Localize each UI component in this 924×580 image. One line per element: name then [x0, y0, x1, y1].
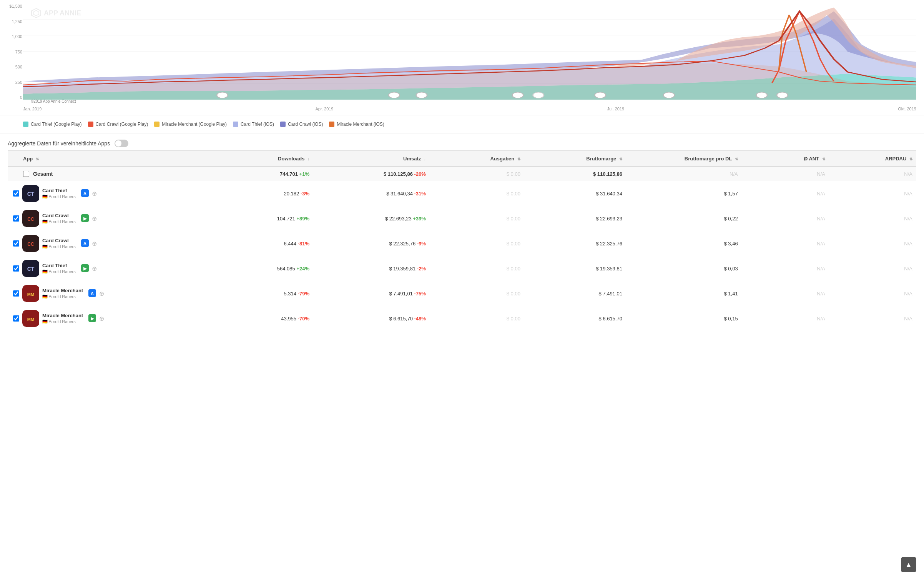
app-cell-5: MM Miracle Merchant 🇩🇪 Arnold Rauers A: [8, 281, 211, 306]
row2-arpdau: N/A: [829, 206, 916, 231]
target-icon-2[interactable]: ⊕: [92, 215, 97, 222]
svg-point-12: [512, 92, 523, 98]
play-badge-6: ▶: [88, 314, 96, 322]
legend-dot-card-thief-gp: [23, 122, 28, 127]
legend-dot-card-thief-ios: [233, 122, 238, 127]
col-header-app[interactable]: App ⇅: [8, 151, 211, 167]
row5-arpdau: N/A: [829, 281, 916, 306]
target-icon-5[interactable]: ⊕: [99, 290, 104, 297]
gesamt-checkbox[interactable]: [23, 171, 29, 177]
row3-checkbox[interactable]: [13, 240, 19, 247]
sort-arpdau[interactable]: ⇅: [909, 157, 912, 161]
row2-bruttomarge-dl: $ 0,22: [626, 206, 742, 231]
sort-ausgaben[interactable]: ⇅: [517, 157, 520, 161]
app-icon-5: MM: [22, 285, 39, 302]
legend-card-thief-gp: Card Thief (Google Play): [23, 122, 82, 127]
x-axis: Jan. 2019 Apr. 2019 Jul. 2019 Okt. 2019: [23, 107, 916, 111]
row2-checkbox[interactable]: [13, 215, 19, 222]
y-axis: $1,500 1,250 1,000 750 500 250 0: [4, 4, 22, 100]
play-badge-4: ▶: [81, 264, 89, 272]
sort-downloads[interactable]: ↓: [307, 157, 309, 161]
table-header-row: App ⇅ Downloads ↓ Umsatz ↓ Ausgaben ⇅ Br…: [8, 151, 916, 167]
row6-ant: N/A: [742, 306, 829, 331]
svg-text:CT: CT: [27, 266, 35, 272]
app-info-5: Miracle Merchant 🇩🇪 Arnold Rauers: [42, 288, 83, 299]
app-cell-3: CC Card Crawl 🇩🇪 Arnold Rauers A: [8, 231, 211, 256]
gesamt-bruttomarge: $ 110.125,86: [524, 167, 626, 181]
table-row: CT Card Thief 🇩🇪 Arnold Rauers ▶: [8, 256, 916, 281]
row4-ausgaben: $ 0,00: [430, 256, 524, 281]
sort-bruttomarge[interactable]: ⇅: [619, 157, 622, 161]
row5-ausgaben: $ 0,00: [430, 281, 524, 306]
app-info-6: Miracle Merchant 🇩🇪 Arnold Rauers: [42, 313, 83, 324]
row2-ausgaben: $ 0,00: [430, 206, 524, 231]
col-header-bruttomarge[interactable]: Bruttomarge ⇅: [524, 151, 626, 167]
row6-umsatz: $ 6.615,70 -48%: [313, 306, 430, 331]
col-header-downloads[interactable]: Downloads ↓: [211, 151, 313, 167]
legend-dot-card-crawl-ios: [280, 122, 286, 127]
col-header-ausgaben[interactable]: Ausgaben ⇅: [430, 151, 524, 167]
app-cell-2: CC Card Crawl 🇩🇪 Arnold Rauers ▶: [8, 206, 211, 231]
col-header-ant[interactable]: Ø ANT ⇅: [742, 151, 829, 167]
app-info-1: Card Thief 🇩🇪 Arnold Rauers: [42, 188, 76, 199]
svg-point-16: [756, 92, 767, 98]
table-row: CC Card Crawl 🇩🇪 Arnold Rauers ▶: [8, 206, 916, 231]
row1-bruttomarge-dl: $ 1,57: [626, 181, 742, 206]
row2-bruttomarge: $ 22.693,23: [524, 206, 626, 231]
col-header-arpdau[interactable]: ARPDAU ⇅: [829, 151, 916, 167]
row4-umsatz: $ 19.359,81 -2%: [313, 256, 430, 281]
target-icon-1[interactable]: ⊕: [92, 190, 97, 197]
row6-downloads: 43.955 -70%: [211, 306, 313, 331]
legend-miracle-merchant-gp: Miracle Merchant (Google Play): [154, 122, 227, 127]
row5-checkbox[interactable]: [13, 290, 19, 297]
row5-bruttomarge: $ 7.491,01: [524, 281, 626, 306]
svg-point-17: [777, 92, 788, 98]
svg-text:MM: MM: [27, 317, 34, 322]
row4-checkbox[interactable]: [13, 265, 19, 272]
svg-point-10: [389, 92, 400, 98]
aggregated-label: Aggregierte Daten für vereinheitlichte A…: [8, 140, 110, 147]
sort-ant[interactable]: ⇅: [822, 157, 825, 161]
sort-umsatz[interactable]: ↓: [424, 157, 426, 161]
row5-umsatz: $ 7.491,01 -75%: [313, 281, 430, 306]
sort-bruttomarge-dl[interactable]: ⇅: [735, 157, 738, 161]
row5-ant: N/A: [742, 281, 829, 306]
row6-bruttomarge-dl: $ 0,15: [626, 306, 742, 331]
row1-arpdau: N/A: [829, 181, 916, 206]
gesamt-umsatz: $ 110.125,86 -26%: [313, 167, 430, 181]
app-info-2: Card Crawl 🇩🇪 Arnold Rauers: [42, 213, 76, 224]
row2-downloads: 104.721 +89%: [211, 206, 313, 231]
target-icon-3[interactable]: ⊕: [92, 240, 97, 247]
col-header-umsatz[interactable]: Umsatz ↓: [313, 151, 430, 167]
sort-app[interactable]: ⇅: [36, 157, 39, 161]
svg-point-15: [663, 92, 675, 98]
svg-text:CC: CC: [27, 242, 34, 247]
col-header-bruttomarge-dl[interactable]: Bruttomarge pro DL ⇅: [626, 151, 742, 167]
ios-badge-1: A: [81, 189, 89, 197]
legend-dot-miracle-ios: [329, 122, 334, 127]
svg-text:A: A: [91, 291, 94, 296]
row3-bruttomarge-dl: $ 3,46: [626, 231, 742, 256]
target-icon-4[interactable]: ⊕: [92, 265, 97, 272]
row3-arpdau: N/A: [829, 231, 916, 256]
row1-checkbox[interactable]: [13, 190, 19, 197]
app-icon-2: CC: [22, 210, 39, 227]
gesamt-ant: N/A: [742, 167, 829, 181]
app-icon-4: CT: [22, 260, 39, 277]
legend-miracle-merchant-ios: Miracle Merchant (iOS): [329, 122, 384, 127]
gesamt-ausgaben: $ 0,00: [430, 167, 524, 181]
target-icon-6[interactable]: ⊕: [99, 315, 104, 322]
row1-ausgaben: $ 0,00: [430, 181, 524, 206]
table-row: CT Card Thief 🇩🇪 Arnold Rauers A: [8, 181, 916, 206]
row6-bruttomarge: $ 6.615,70: [524, 306, 626, 331]
svg-point-14: [595, 92, 606, 98]
svg-point-11: [416, 92, 427, 98]
gesamt-bruttomarge-dl: N/A: [626, 167, 742, 181]
aggregated-toggle[interactable]: [115, 140, 128, 147]
gesamt-arpdau: N/A: [829, 167, 916, 181]
row3-ausgaben: $ 0,00: [430, 231, 524, 256]
row6-checkbox[interactable]: [13, 315, 19, 322]
svg-text:CT: CT: [27, 191, 35, 197]
app-info-4: Card Thief 🇩🇪 Arnold Rauers: [42, 263, 76, 274]
chart-svg: [23, 4, 916, 100]
